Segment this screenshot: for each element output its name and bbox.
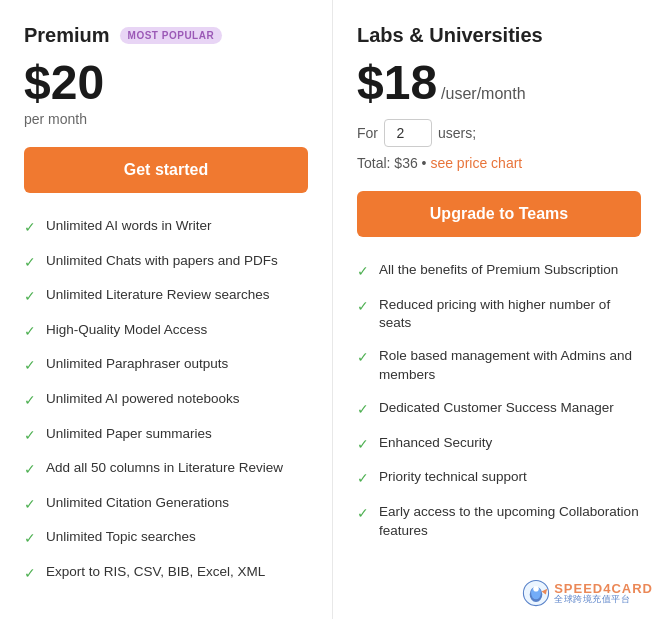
premium-features-list: ✓ Unlimited AI words in Writer ✓ Unlimit… [24,217,308,584]
check-icon: ✓ [357,400,369,420]
labs-price: $18 [357,59,437,107]
list-item: ✓ High-Quality Model Access [24,321,308,342]
feature-text: Priority technical support [379,468,527,487]
watermark-text: SPEED4CARD 全球跨境充值平台 [554,582,653,604]
list-item: ✓ Priority technical support [357,468,641,489]
see-price-chart-link[interactable]: see price chart [430,155,522,171]
check-icon: ✓ [357,262,369,282]
check-icon: ✓ [24,218,36,238]
list-item: ✓ Unlimited Citation Generations [24,494,308,515]
total-row: Total: $36 • see price chart [357,155,641,171]
for-label: For [357,125,378,141]
check-icon: ✓ [24,495,36,515]
list-item: ✓ Unlimited AI words in Writer [24,217,308,238]
labs-features-list: ✓ All the benefits of Premium Subscripti… [357,261,641,541]
check-icon: ✓ [24,564,36,584]
feature-text: Role based management with Admins and me… [379,347,641,385]
check-icon: ✓ [24,253,36,273]
for-users-row: For users; [357,119,641,147]
watermark-line2: 全球跨境充值平台 [554,595,653,604]
users-input[interactable] [384,119,432,147]
list-item: ✓ Dedicated Customer Success Manager [357,399,641,420]
premium-per-month: per month [24,111,308,127]
feature-text: Unlimited Citation Generations [46,494,229,513]
total-amount: Total: $36 [357,155,418,171]
feature-text: Dedicated Customer Success Manager [379,399,614,418]
labs-plan: Labs & Universities $18 /user/month For … [333,0,665,619]
svg-point-3 [533,586,539,592]
list-item: ✓ Unlimited Topic searches [24,528,308,549]
users-label: users; [438,125,476,141]
premium-price: $20 [24,59,308,107]
check-icon: ✓ [24,356,36,376]
list-item: ✓ Export to RIS, CSV, BIB, Excel, XML [24,563,308,584]
check-icon: ✓ [24,460,36,480]
feature-text: High-Quality Model Access [46,321,207,340]
labs-price-row: $18 /user/month [357,59,641,111]
list-item: ✓ Role based management with Admins and … [357,347,641,385]
feature-text: Early access to the upcoming Collaborati… [379,503,641,541]
list-item: ✓ Early access to the upcoming Collabora… [357,503,641,541]
check-icon: ✓ [357,504,369,524]
list-item: ✓ Unlimited Paper summaries [24,425,308,446]
feature-text: Unlimited Paraphraser outputs [46,355,228,374]
check-icon: ✓ [357,469,369,489]
feature-text: Unlimited Chats with papers and PDFs [46,252,278,271]
list-item: ✓ Unlimited Literature Review searches [24,286,308,307]
premium-cta-button[interactable]: Get started [24,147,308,193]
list-item: ✓ Reduced pricing with higher number of … [357,296,641,334]
premium-plan: Premium MOST POPULAR $20 per month Get s… [0,0,333,619]
watermark-icon [522,579,550,607]
premium-plan-name: Premium [24,24,110,47]
check-icon: ✓ [357,297,369,317]
premium-header: Premium MOST POPULAR [24,24,308,47]
list-item: ✓ Unlimited AI powered notebooks [24,390,308,411]
list-item: ✓ Add all 50 columns in Literature Revie… [24,459,308,480]
check-icon: ✓ [24,426,36,446]
watermark: SPEED4CARD 全球跨境充值平台 [522,579,653,607]
feature-text: Unlimited Topic searches [46,528,196,547]
feature-text: Unlimited AI powered notebooks [46,390,240,409]
check-icon: ✓ [24,287,36,307]
feature-text: All the benefits of Premium Subscription [379,261,618,280]
feature-text: Unlimited Literature Review searches [46,286,270,305]
check-icon: ✓ [24,391,36,411]
feature-text: Export to RIS, CSV, BIB, Excel, XML [46,563,265,582]
check-icon: ✓ [24,529,36,549]
feature-text: Unlimited Paper summaries [46,425,212,444]
most-popular-badge: MOST POPULAR [120,27,223,44]
check-icon: ✓ [357,348,369,368]
feature-text: Unlimited AI words in Writer [46,217,212,236]
check-icon: ✓ [24,322,36,342]
list-item: ✓ Unlimited Paraphraser outputs [24,355,308,376]
check-icon: ✓ [357,435,369,455]
labs-cta-button[interactable]: Upgrade to Teams [357,191,641,237]
labs-header: Labs & Universities [357,24,641,47]
labs-price-suffix: /user/month [441,85,525,103]
list-item: ✓ Unlimited Chats with papers and PDFs [24,252,308,273]
feature-text: Reduced pricing with higher number of se… [379,296,641,334]
list-item: ✓ All the benefits of Premium Subscripti… [357,261,641,282]
list-item: ✓ Enhanced Security [357,434,641,455]
feature-text: Enhanced Security [379,434,492,453]
labs-plan-name: Labs & Universities [357,24,543,47]
plans-container: Premium MOST POPULAR $20 per month Get s… [0,0,665,619]
feature-text: Add all 50 columns in Literature Review [46,459,283,478]
